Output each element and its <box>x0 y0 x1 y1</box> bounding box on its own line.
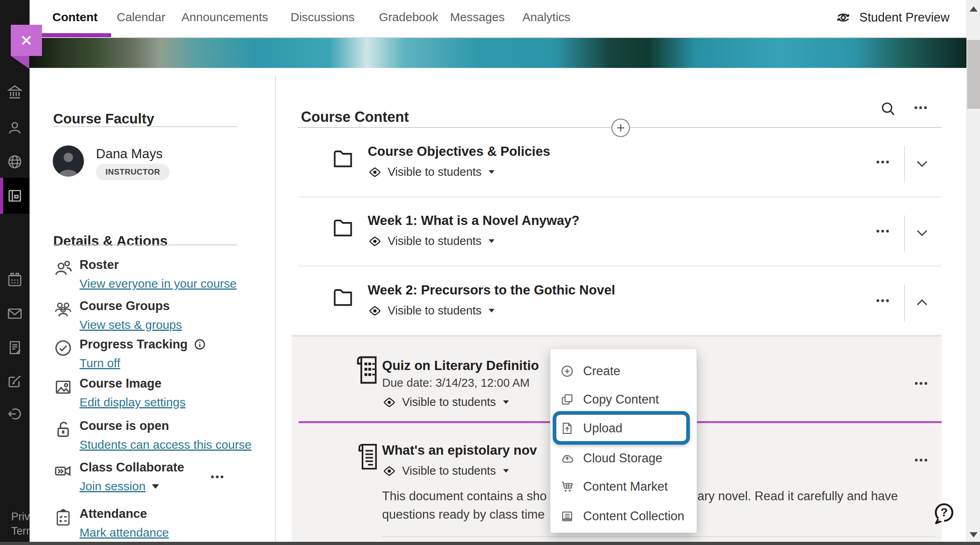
student-preview-button[interactable]: Student Preview <box>834 9 950 26</box>
visibility-dropdown[interactable]: Visible to students <box>368 304 495 317</box>
add-content-button[interactable] <box>612 119 630 137</box>
menu-item-copy-content[interactable]: Copy Content <box>550 390 697 409</box>
visibility-dropdown[interactable]: Visible to students <box>368 165 495 179</box>
document-title[interactable]: What's an epistolary nov <box>382 443 537 458</box>
folder-icon <box>331 147 355 170</box>
attendance-link[interactable]: Mark attendance <box>80 526 169 539</box>
grades-icon[interactable] <box>6 339 23 356</box>
eye-icon <box>368 166 381 179</box>
content-row-week2[interactable]: Week 2: Precursors to the Gothic Novel V… <box>298 278 942 335</box>
close-preview-button[interactable] <box>11 25 42 56</box>
visibility-label: Visible to students <box>388 304 482 317</box>
info-icon[interactable] <box>193 338 206 351</box>
scroll-up-arrow[interactable] <box>970 6 978 12</box>
vertical-scrollbar[interactable] <box>966 0 980 545</box>
copy-icon <box>560 392 574 407</box>
document-icon <box>357 440 380 473</box>
messages-icon[interactable] <box>6 305 23 322</box>
collaborate-camera-icon <box>53 461 73 481</box>
eye-icon <box>383 465 396 477</box>
add-content-context-menu: Create Copy Content Upload Cloud Storage… <box>550 348 697 533</box>
cloud-upload-icon <box>560 451 574 465</box>
details-section-title: Details & Actions <box>53 233 168 249</box>
row-separator <box>904 285 905 322</box>
tab-discussions[interactable]: Discussions <box>291 10 355 24</box>
course-open-link[interactable]: Students can access this course <box>80 438 251 451</box>
menu-item-upload[interactable]: Upload <box>550 419 697 438</box>
section-divider <box>53 245 237 245</box>
visibility-label: Visible to students <box>388 235 482 248</box>
menu-item-label: Create <box>583 364 620 378</box>
search-icon[interactable] <box>880 101 896 117</box>
content-options-button[interactable] <box>914 106 927 109</box>
tab-analytics[interactable]: Analytics <box>522 10 570 24</box>
close-icon <box>18 32 34 48</box>
instructor-name: Dana Mays <box>96 146 163 161</box>
chevron-down-icon[interactable] <box>914 225 930 241</box>
image-icon <box>53 377 73 397</box>
folder-title[interactable]: Course Objectives & Policies <box>368 144 550 159</box>
window-bottom-edge <box>0 542 980 545</box>
scrollbar-thumb[interactable] <box>967 40 980 109</box>
calendar-icon[interactable] <box>6 271 23 288</box>
roster-link[interactable]: View everyone in your course <box>80 277 237 290</box>
detail-course-image: Course Image Edit display settings <box>53 376 185 409</box>
progress-tracking-link[interactable]: Turn off <box>80 356 120 370</box>
attendance-clipboard-icon <box>53 507 73 527</box>
visibility-dropdown[interactable]: Visible to students <box>368 235 495 248</box>
quiz-options-button[interactable] <box>915 382 927 385</box>
privacy-link[interactable]: Privacy <box>11 511 30 523</box>
content-row-objectives[interactable]: Course Objectives & Policies Visible to … <box>298 139 942 197</box>
active-nav-accent-bar <box>0 178 3 214</box>
tab-content[interactable]: Content <box>52 10 98 24</box>
tab-gradebook[interactable]: Gradebook <box>379 10 438 24</box>
marking-icon[interactable] <box>6 372 23 389</box>
terms-link[interactable]: Terms <box>11 525 30 537</box>
progress-tracking-text: Progress Tracking <box>80 337 188 352</box>
visibility-dropdown[interactable]: Visible to students <box>383 396 510 409</box>
tab-messages[interactable]: Messages <box>450 10 505 24</box>
folder-title[interactable]: Week 2: Precursors to the Gothic Novel <box>368 282 615 298</box>
chevron-down-icon[interactable] <box>914 156 930 172</box>
chevron-up-icon[interactable] <box>914 294 930 310</box>
section-divider <box>53 126 237 127</box>
join-session-link[interactable]: Join session <box>80 479 145 493</box>
course-top-nav: Content Calendar Announcements Discussio… <box>30 0 966 37</box>
row-options-button[interactable] <box>876 230 889 233</box>
menu-item-label: Cloud Storage <box>583 451 662 465</box>
institution-icon[interactable] <box>6 84 23 100</box>
row-options-button[interactable] <box>876 161 889 163</box>
globe-icon[interactable] <box>6 153 23 170</box>
menu-item-content-market[interactable]: Content Market <box>550 477 697 496</box>
tab-announcements[interactable]: Announcements <box>181 10 268 24</box>
row-options-button[interactable] <box>876 299 889 302</box>
quiz-title[interactable]: Quiz on Literary Definitio <box>382 358 539 373</box>
document-options-button[interactable] <box>915 459 927 461</box>
item-divider <box>382 536 935 537</box>
help-button[interactable]: ? <box>932 502 955 525</box>
scroll-down-arrow[interactable] <box>970 532 978 537</box>
caret-down-icon <box>503 400 509 404</box>
menu-item-cloud-storage[interactable]: Cloud Storage <box>550 449 697 467</box>
join-session-caret-icon[interactable] <box>152 484 159 489</box>
collaborate-options-button[interactable] <box>211 475 223 478</box>
instructor-avatar[interactable] <box>53 145 84 177</box>
profile-icon[interactable] <box>6 119 23 136</box>
course-groups-link[interactable]: View sets & groups <box>80 318 182 331</box>
caret-down-icon <box>489 239 494 243</box>
sign-out-icon[interactable] <box>6 406 23 422</box>
content-row-week1[interactable]: Week 1: What is a Novel Anyway? Visible … <box>298 208 942 267</box>
course-banner-image <box>30 37 966 68</box>
courses-icon[interactable] <box>6 187 23 204</box>
folder-title[interactable]: Week 1: What is a Novel Anyway? <box>368 213 580 228</box>
course-image-link[interactable]: Edit display settings <box>80 396 185 409</box>
visibility-dropdown[interactable]: Visible to students <box>383 464 510 477</box>
detail-course-open: Course is open Students can access this … <box>53 419 251 452</box>
menu-item-create[interactable]: Create <box>550 362 697 380</box>
cart-icon <box>560 479 574 494</box>
svg-text:?: ? <box>940 505 948 519</box>
upload-icon <box>560 421 574 436</box>
menu-item-content-collection[interactable]: Content Collection <box>550 507 697 525</box>
tab-calendar[interactable]: Calendar <box>117 10 165 24</box>
groups-icon <box>53 300 73 320</box>
